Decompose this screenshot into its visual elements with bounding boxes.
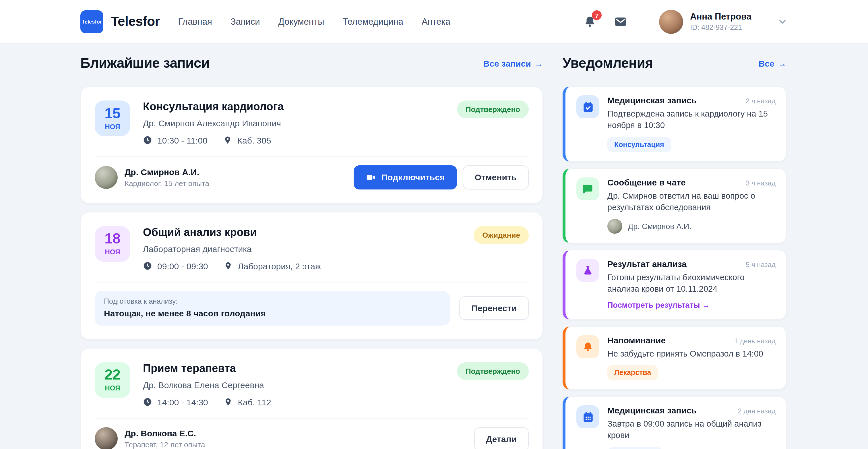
- brand-logo-text: Telesfor: [82, 19, 102, 24]
- bell-icon: [577, 335, 599, 358]
- notifications-title: Уведомления: [563, 55, 653, 71]
- nav-item-documents[interactable]: Документы: [278, 17, 324, 27]
- main-nav: Главная Записи Документы Телемедицина Ап…: [178, 17, 451, 27]
- appointment-card-top: 22 НОЯ Прием терапевта Др. Волкова Елена…: [95, 362, 529, 407]
- status-badge: Подтверждено: [457, 362, 529, 380]
- notification-chat-message[interactable]: Сообщение в чате 3 ч назад Др. Смирнов о…: [563, 168, 786, 243]
- clock-icon: [143, 136, 152, 145]
- notification-time: 1 день назад: [734, 337, 776, 345]
- appointment-footer: Др. Волкова Е.С. Терапевт, 12 лет опыта …: [95, 418, 529, 449]
- preparation-note: Подготовка к анализу: Натощак, не менее …: [95, 291, 451, 325]
- arrow-right-icon: →: [534, 58, 543, 68]
- notification-title: Напоминание: [608, 335, 665, 345]
- arrow-right-icon: →: [778, 58, 786, 68]
- user-profile-menu[interactable]: Анна Петрова ID: 482-937-221: [659, 9, 787, 34]
- notification-medical-record-1[interactable]: Медицинская запись 2 ч назад Подтвержден…: [563, 86, 786, 161]
- notification-text: Подтверждена запись к кардиологу на 15 н…: [608, 108, 776, 131]
- brand-name: Telesfor: [111, 14, 160, 29]
- notification-time: 2 ч назад: [746, 97, 776, 105]
- view-results-link[interactable]: Посмотреть результаты →: [608, 301, 710, 309]
- notification-tag-cutoff: [608, 447, 662, 449]
- details-button[interactable]: Детали: [474, 427, 529, 449]
- notification-reminder[interactable]: Напоминание 1 день назад Не забудьте при…: [563, 326, 786, 390]
- status-badge: Подтверждено: [457, 100, 529, 118]
- notification-time: 3 ч назад: [746, 179, 776, 187]
- notifications-section: Уведомления Все→ Медицинская запись 2 ч …: [563, 55, 786, 449]
- appointment-title: Общий анализ крови: [143, 226, 321, 239]
- nav-item-telemedicine[interactable]: Телемедицина: [342, 17, 403, 27]
- notification-tag: Консультация: [608, 137, 671, 152]
- notification-text: Готовы результаты биохимического анализа…: [608, 272, 776, 295]
- notification-medical-record-2[interactable]: Медицинская запись 2 дня назад Завтра в …: [563, 396, 786, 449]
- clock-icon: [143, 261, 152, 270]
- map-pin-icon: [224, 261, 233, 270]
- appointment-location: Каб. 112: [238, 397, 271, 407]
- join-call-button[interactable]: Подключиться: [354, 166, 457, 189]
- appointments-title: Ближайшие записи: [81, 55, 210, 71]
- doctor-meta: Терапевт, 12 лет опыта: [125, 440, 205, 449]
- brand-logo[interactable]: Telesfor: [81, 10, 103, 33]
- appointment-time: 10:30 - 11:00: [157, 136, 208, 145]
- user-name: Анна Петрова: [690, 11, 751, 22]
- appointment-info: Прием терапевта Др. Волкова Елена Сергее…: [143, 362, 271, 407]
- header-actions: 7 Анна Петрова ID: 482-937-221: [583, 9, 787, 34]
- user-profile-texts: Анна Петрова ID: 482-937-221: [690, 11, 751, 32]
- user-avatar: [659, 9, 683, 34]
- doctor-meta: Кардиолог, 15 лет опыта: [125, 179, 209, 188]
- nav-item-pharmacy[interactable]: Аптека: [422, 17, 451, 27]
- map-pin-icon: [224, 397, 233, 407]
- all-notifications-link[interactable]: Все→: [758, 58, 786, 68]
- clock-icon: [143, 397, 152, 407]
- notification-text: Завтра в 09:00 запись на общий анализ кр…: [608, 418, 776, 441]
- appointment-card-blood-test: 18 НОЯ Общий анализ крови Лабораторная д…: [81, 212, 543, 340]
- doctor-info: Др. Смирнов А.И. Кардиолог, 15 лет опыта: [95, 166, 209, 189]
- date-badge: 18 НОЯ: [95, 226, 130, 262]
- notification-time: 5 ч назад: [746, 261, 776, 269]
- doctor-name: Др. Смирнов А.И.: [125, 167, 209, 177]
- appointment-location: Каб. 305: [237, 136, 271, 145]
- notification-author: Др. Смирнов А.И.: [608, 219, 776, 234]
- appointment-location: Лаборатория, 2 этаж: [238, 261, 321, 271]
- notifications-bell-button[interactable]: 7: [583, 15, 596, 28]
- all-appointments-link[interactable]: Все записи→: [484, 58, 543, 68]
- doctor-info: Др. Волкова Е.С. Терапевт, 12 лет опыта: [95, 427, 205, 449]
- doctor-avatar: [95, 166, 118, 189]
- main-content: Ближайшие записи Все записи→ 15 НОЯ Конс…: [0, 43, 868, 449]
- notification-text: Др. Смирнов ответил на ваш вопрос о резу…: [608, 190, 776, 213]
- notification-tag: Лекарства: [608, 365, 658, 380]
- appointment-time: 14:00 - 14:30: [157, 397, 208, 407]
- appointment-subtitle: Др. Волкова Елена Сергеевна: [143, 380, 271, 390]
- appointment-subtitle: Лабораторная диагностика: [143, 244, 321, 253]
- preparation-note-label: Подготовка к анализу:: [104, 297, 441, 305]
- messages-button[interactable]: [614, 14, 627, 28]
- user-id: ID: 482-937-221: [690, 24, 751, 32]
- calendar-check-icon: [577, 95, 599, 118]
- appointment-info: Консультация кардиолога Др. Смирнов Алек…: [143, 100, 284, 145]
- notifications-section-head: Уведомления Все→: [563, 55, 786, 71]
- nav-item-appointments[interactable]: Записи: [230, 17, 260, 27]
- appointment-info: Общий анализ крови Лабораторная диагност…: [143, 226, 321, 271]
- appointment-card-cardiology: 15 НОЯ Консультация кардиолога Др. Смирн…: [81, 86, 543, 204]
- notification-title: Результат анализа: [608, 259, 687, 269]
- date-badge: 22 НОЯ: [95, 362, 130, 398]
- envelope-icon: [614, 14, 627, 28]
- nav-item-home[interactable]: Главная: [178, 17, 212, 27]
- status-badge: Ожидание: [474, 226, 529, 244]
- notification-time: 2 дня назад: [738, 407, 776, 415]
- calendar-icon: [577, 406, 599, 428]
- appointment-footer: Подготовка к анализу: Натощак, не менее …: [95, 282, 529, 325]
- preparation-note-text: Натощак, не менее 8 часов голодания: [104, 308, 441, 318]
- notification-lab-result[interactable]: Результат анализа 5 ч назад Готовы резул…: [563, 250, 786, 320]
- appointment-time: 09:00 - 09:30: [157, 261, 208, 271]
- notification-title: Сообщение в чате: [608, 177, 686, 187]
- reschedule-button[interactable]: Перенести: [460, 296, 529, 320]
- author-name: Др. Смирнов А.И.: [628, 222, 691, 231]
- notifications-count-badge: 7: [592, 10, 601, 20]
- map-pin-icon: [224, 136, 232, 145]
- notification-title: Медицинская запись: [608, 95, 696, 105]
- appointment-card-top: 15 НОЯ Консультация кардиолога Др. Смирн…: [95, 100, 529, 145]
- chat-icon: [577, 177, 599, 200]
- video-camera-icon: [366, 172, 376, 183]
- appointment-meta: 09:00 - 09:30 Лаборатория, 2 этаж: [143, 261, 321, 271]
- cancel-button[interactable]: Отменить: [462, 166, 529, 189]
